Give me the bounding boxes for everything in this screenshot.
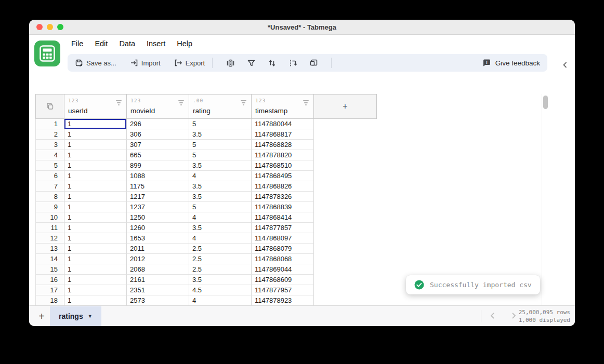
row-number[interactable]: 15 — [36, 264, 64, 275]
menu-edit[interactable]: Edit — [95, 39, 108, 48]
grid-cell[interactable]: 1088 — [127, 171, 189, 181]
collapse-toolbar-button[interactable] — [560, 60, 570, 70]
grid-cell[interactable]: 3.5 — [189, 223, 252, 233]
grid-cell[interactable]: 2.5 — [189, 254, 252, 264]
minimize-window-button[interactable] — [47, 24, 53, 30]
grid-cell[interactable]: 1217 — [127, 192, 189, 202]
row-number[interactable]: 11 — [36, 223, 64, 233]
row-number[interactable]: 10 — [36, 212, 64, 223]
grid-cell[interactable]: 4 — [189, 233, 252, 244]
row-number[interactable]: 7 — [36, 181, 64, 192]
filter-button[interactable] — [246, 58, 256, 68]
row-number[interactable]: 3 — [36, 140, 64, 150]
row-number[interactable]: 1 — [36, 119, 64, 129]
grid-cell[interactable]: 1237 — [127, 202, 189, 212]
zoom-window-button[interactable] — [57, 24, 63, 30]
column-filter-icon[interactable] — [178, 100, 184, 105]
add-sheet-button[interactable]: + — [35, 310, 48, 322]
grid-cell[interactable]: 2012 — [127, 254, 189, 264]
grid-cell[interactable]: 1175 — [127, 181, 189, 192]
grid-cell[interactable]: 1147877957 — [252, 285, 314, 295]
row-number[interactable]: 6 — [36, 171, 64, 181]
grid-cell[interactable]: 2011 — [127, 244, 189, 254]
grid-cell[interactable]: 1 — [64, 202, 127, 212]
grid-cell[interactable]: 1 — [64, 212, 127, 223]
grid-cell[interactable]: 4 — [189, 171, 252, 181]
grid-cell[interactable]: 1 — [64, 254, 127, 264]
grid-cell[interactable]: 1260 — [127, 223, 189, 233]
column-filter-icon[interactable] — [116, 100, 122, 105]
grid-cell[interactable]: 296 — [127, 119, 189, 129]
vertical-scrollbar-thumb[interactable] — [543, 96, 548, 109]
grid-cell[interactable]: 1147878923 — [252, 295, 314, 306]
grid-cell[interactable]: 3.5 — [189, 181, 252, 192]
grid-cell[interactable]: 1 — [64, 129, 127, 140]
menu-data[interactable]: Data — [119, 39, 135, 48]
grid-cell[interactable]: 1 — [64, 160, 127, 171]
grid-cell[interactable]: 1147868068 — [252, 254, 314, 264]
close-window-button[interactable] — [36, 24, 43, 30]
grid-cell[interactable]: 1147878326 — [252, 192, 314, 202]
grid-cell[interactable]: 1 — [64, 140, 127, 150]
grid-cell[interactable]: 1 — [64, 285, 127, 295]
grid-cell[interactable]: 1147868839 — [252, 202, 314, 212]
grid-cell[interactable]: 1 — [64, 181, 127, 192]
grid-cell[interactable]: 1 — [64, 295, 127, 306]
row-number[interactable]: 18 — [36, 295, 64, 306]
give-feedback-button[interactable]: ! Give feedback — [482, 59, 540, 67]
grid-cell[interactable]: 2.5 — [189, 244, 252, 254]
grid-cell[interactable]: 1147869044 — [252, 264, 314, 275]
menu-help[interactable]: Help — [177, 39, 192, 48]
grid-cell[interactable]: 1250 — [127, 212, 189, 223]
pivot-button[interactable] — [288, 58, 297, 68]
grid-cell[interactable]: 306 — [127, 129, 189, 140]
grid-cell[interactable]: 3.5 — [189, 160, 252, 171]
page-prev-button[interactable] — [489, 312, 497, 320]
page-next-button[interactable] — [509, 312, 518, 320]
select-all-button[interactable] — [36, 95, 64, 119]
column-header-movieId[interactable]: 123movieId — [127, 95, 189, 119]
grid-cell[interactable]: 1147868414 — [252, 212, 314, 223]
grid-cell[interactable]: 4.5 — [189, 285, 252, 295]
row-number[interactable]: 16 — [36, 275, 64, 285]
row-number[interactable]: 5 — [36, 160, 64, 171]
grid-cell[interactable]: 1147868609 — [252, 275, 314, 285]
grid-cell[interactable]: 1147868817 — [252, 129, 314, 140]
grid-cell[interactable]: 2573 — [127, 295, 189, 306]
row-number[interactable]: 2 — [36, 129, 64, 140]
column-header-userId[interactable]: 123userId — [64, 95, 127, 119]
grid-cell[interactable]: 1147868495 — [252, 171, 314, 181]
grid-cell[interactable]: 899 — [127, 160, 189, 171]
column-profile-button[interactable] — [226, 58, 235, 68]
grid-cell[interactable]: 1147868097 — [252, 233, 314, 244]
row-number[interactable]: 8 — [36, 192, 64, 202]
grid-cell[interactable]: 5 — [189, 150, 252, 160]
grid-cell[interactable]: 4 — [189, 212, 252, 223]
menu-file[interactable]: File — [71, 39, 83, 48]
row-number[interactable]: 4 — [36, 150, 64, 160]
sort-button[interactable] — [267, 58, 277, 68]
grid-cell[interactable]: 665 — [127, 150, 189, 160]
grid-cell[interactable]: 2.5 — [189, 264, 252, 275]
grid-cell[interactable]: 1 — [64, 264, 127, 275]
grid-cell[interactable]: 3.5 — [189, 275, 252, 285]
sheet-tab-ratings[interactable]: ratings ▼ — [50, 306, 101, 326]
column-header-timestamp[interactable]: 123timestamp — [252, 95, 314, 119]
import-button[interactable]: Import — [130, 59, 161, 67]
add-column-header[interactable]: + — [314, 95, 377, 119]
grid-cell[interactable]: 1 — [64, 275, 127, 285]
menu-insert[interactable]: Insert — [147, 39, 165, 48]
chevron-down-icon[interactable]: ▼ — [88, 314, 93, 319]
grid-cell[interactable]: 1147868828 — [252, 140, 314, 150]
column-filter-icon[interactable] — [241, 100, 246, 105]
grid-cell[interactable]: 1 — [64, 171, 127, 181]
row-number[interactable]: 12 — [36, 233, 64, 244]
grid-cell[interactable]: 2161 — [127, 275, 189, 285]
row-number[interactable]: 13 — [36, 244, 64, 254]
grid-cell[interactable]: 1 — [64, 192, 127, 202]
column-header-rating[interactable]: .00rating — [189, 95, 252, 119]
row-number[interactable]: 14 — [36, 254, 64, 264]
export-button[interactable]: Export — [174, 59, 205, 67]
grid-cell[interactable]: 3.5 — [189, 129, 252, 140]
merge-table-button[interactable] — [309, 58, 318, 68]
